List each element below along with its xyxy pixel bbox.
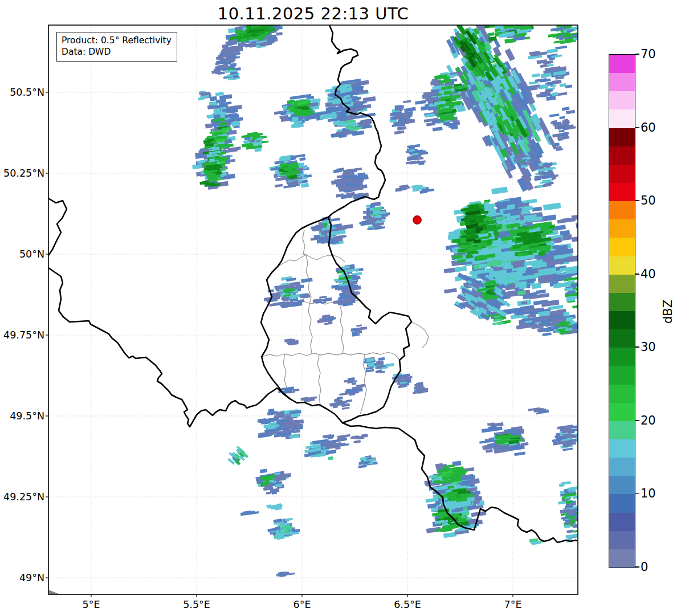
colorbar-tick-label: 10 [641, 487, 656, 500]
colorbar-segment [609, 494, 635, 512]
radar-location-marker [413, 216, 421, 224]
colorbar-segment [609, 256, 635, 275]
colorbar-segment [609, 146, 635, 165]
colorbar-segment [609, 55, 635, 73]
colorbar-tick-mark [635, 200, 639, 201]
colorbar-tick-mark [635, 54, 639, 55]
colorbar-tick-label: 30 [641, 340, 656, 354]
colorbar-segment [609, 91, 635, 109]
colorbar-tick-mark [635, 493, 639, 495]
colorbar-segment [609, 109, 635, 128]
info-box: Product: 0.5° Reflectivity Data: DWD [56, 32, 177, 62]
colorbar-tick-mark [635, 274, 639, 275]
colorbar-segment [609, 293, 635, 311]
colorbar-segment [609, 531, 635, 549]
colorbar-segment [609, 366, 635, 384]
colorbar-segment [609, 348, 635, 366]
colorbar-segment [609, 476, 635, 494]
y-tick-label: 49.75°N [2, 329, 44, 341]
colorbar-tick-label: 20 [641, 414, 656, 427]
colorbar-tick-mark [635, 346, 639, 348]
colorbar-tick-label: 70 [641, 47, 656, 61]
colorbar-gradient [609, 55, 635, 568]
colorbar-segment [609, 458, 635, 476]
colorbar-tick-mark [635, 566, 639, 568]
x-tick-label: 5.5°E [183, 599, 210, 610]
y-tick-label: 50°N [2, 248, 44, 260]
colorbar-segment [609, 238, 635, 256]
colorbar-segment [609, 201, 635, 219]
colorbar-tick-mark [635, 420, 639, 421]
colorbar [609, 54, 635, 568]
colorbar-segment [609, 329, 635, 348]
colorbar-segment [609, 311, 635, 329]
info-box-product: Product: 0.5° Reflectivity [62, 35, 172, 46]
x-tick-label: 5°E [83, 599, 100, 610]
corner-patch [49, 590, 59, 594]
colorbar-segment [609, 128, 635, 146]
colorbar-segment [609, 421, 635, 439]
colorbar-segment [609, 73, 635, 91]
colorbar-segment [609, 219, 635, 238]
colorbar-segment [609, 183, 635, 201]
x-tick-label: 7°E [504, 599, 522, 610]
y-tick-label: 49°N [2, 572, 44, 584]
colorbar-tick-mark [635, 127, 639, 128]
y-tick-label: 50.25°N [2, 168, 44, 179]
colorbar-segment [609, 513, 635, 531]
colorbar-tick-label: 0 [641, 560, 648, 574]
colorbar-segment [609, 385, 635, 403]
x-tick-label: 6.5°E [394, 599, 421, 610]
y-tick-label: 50.5°N [2, 87, 44, 98]
y-tick-label: 49.5°N [2, 410, 44, 422]
colorbar-segment [609, 549, 635, 568]
radar-echoes [192, 14, 591, 577]
colorbar-segment [609, 439, 635, 458]
colorbar-segment [609, 275, 635, 293]
x-tick-label: 6°E [293, 599, 311, 610]
colorbar-segment [609, 165, 635, 183]
colorbar-tick-label: 40 [641, 267, 656, 281]
info-box-source: Data: DWD [62, 46, 172, 58]
colorbar-segment [609, 403, 635, 421]
map-canvas [0, 0, 685, 616]
colorbar-tick-label: 60 [641, 121, 656, 134]
y-tick-label: 49.25°N [2, 491, 44, 503]
figure: 10.11.2025 22:13 UTC Product: 0.5° Refle… [0, 0, 685, 616]
colorbar-tick-label: 50 [641, 194, 656, 207]
colorbar-label: dBZ [651, 295, 685, 329]
